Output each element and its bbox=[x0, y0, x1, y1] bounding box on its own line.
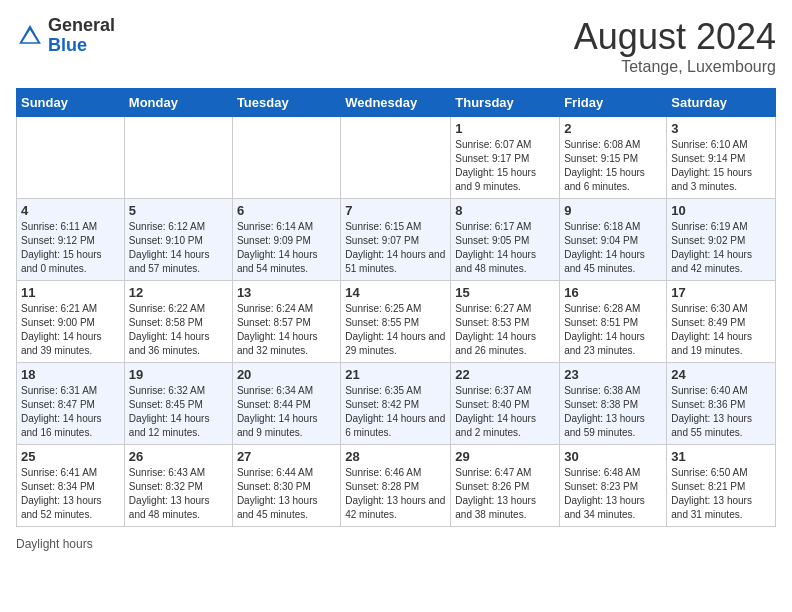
day-info: Sunrise: 6:25 AM Sunset: 8:55 PM Dayligh… bbox=[345, 302, 446, 358]
day-info: Sunrise: 6:50 AM Sunset: 8:21 PM Dayligh… bbox=[671, 466, 771, 522]
calendar-cell: 24Sunrise: 6:40 AM Sunset: 8:36 PM Dayli… bbox=[667, 363, 776, 445]
day-number: 13 bbox=[237, 285, 336, 300]
day-info: Sunrise: 6:10 AM Sunset: 9:14 PM Dayligh… bbox=[671, 138, 771, 194]
day-number: 27 bbox=[237, 449, 336, 464]
month-title: August 2024 bbox=[574, 16, 776, 58]
calendar-cell: 4Sunrise: 6:11 AM Sunset: 9:12 PM Daylig… bbox=[17, 199, 125, 281]
calendar-cell bbox=[341, 117, 451, 199]
calendar-cell: 22Sunrise: 6:37 AM Sunset: 8:40 PM Dayli… bbox=[451, 363, 560, 445]
day-number: 24 bbox=[671, 367, 771, 382]
logo-text: General Blue bbox=[48, 16, 115, 56]
day-info: Sunrise: 6:48 AM Sunset: 8:23 PM Dayligh… bbox=[564, 466, 662, 522]
calendar-cell: 27Sunrise: 6:44 AM Sunset: 8:30 PM Dayli… bbox=[232, 445, 340, 527]
daylight-label: Daylight hours bbox=[16, 537, 93, 551]
day-number: 16 bbox=[564, 285, 662, 300]
calendar-cell: 20Sunrise: 6:34 AM Sunset: 8:44 PM Dayli… bbox=[232, 363, 340, 445]
day-number: 28 bbox=[345, 449, 446, 464]
calendar-table: SundayMondayTuesdayWednesdayThursdayFrid… bbox=[16, 88, 776, 527]
day-number: 11 bbox=[21, 285, 120, 300]
logo-icon bbox=[16, 22, 44, 50]
calendar-header-row: SundayMondayTuesdayWednesdayThursdayFrid… bbox=[17, 89, 776, 117]
day-header-tuesday: Tuesday bbox=[232, 89, 340, 117]
day-info: Sunrise: 6:11 AM Sunset: 9:12 PM Dayligh… bbox=[21, 220, 120, 276]
day-info: Sunrise: 6:12 AM Sunset: 9:10 PM Dayligh… bbox=[129, 220, 228, 276]
day-number: 4 bbox=[21, 203, 120, 218]
day-number: 20 bbox=[237, 367, 336, 382]
day-info: Sunrise: 6:44 AM Sunset: 8:30 PM Dayligh… bbox=[237, 466, 336, 522]
day-number: 1 bbox=[455, 121, 555, 136]
day-number: 10 bbox=[671, 203, 771, 218]
day-header-thursday: Thursday bbox=[451, 89, 560, 117]
day-info: Sunrise: 6:38 AM Sunset: 8:38 PM Dayligh… bbox=[564, 384, 662, 440]
calendar-cell: 28Sunrise: 6:46 AM Sunset: 8:28 PM Dayli… bbox=[341, 445, 451, 527]
day-info: Sunrise: 6:19 AM Sunset: 9:02 PM Dayligh… bbox=[671, 220, 771, 276]
calendar-cell: 14Sunrise: 6:25 AM Sunset: 8:55 PM Dayli… bbox=[341, 281, 451, 363]
day-number: 6 bbox=[237, 203, 336, 218]
day-number: 18 bbox=[21, 367, 120, 382]
calendar-cell: 25Sunrise: 6:41 AM Sunset: 8:34 PM Dayli… bbox=[17, 445, 125, 527]
day-number: 9 bbox=[564, 203, 662, 218]
title-block: August 2024 Tetange, Luxembourg bbox=[574, 16, 776, 76]
day-header-sunday: Sunday bbox=[17, 89, 125, 117]
day-number: 23 bbox=[564, 367, 662, 382]
calendar-week-1: 1Sunrise: 6:07 AM Sunset: 9:17 PM Daylig… bbox=[17, 117, 776, 199]
day-info: Sunrise: 6:35 AM Sunset: 8:42 PM Dayligh… bbox=[345, 384, 446, 440]
day-number: 5 bbox=[129, 203, 228, 218]
day-info: Sunrise: 6:08 AM Sunset: 9:15 PM Dayligh… bbox=[564, 138, 662, 194]
day-info: Sunrise: 6:41 AM Sunset: 8:34 PM Dayligh… bbox=[21, 466, 120, 522]
day-info: Sunrise: 6:46 AM Sunset: 8:28 PM Dayligh… bbox=[345, 466, 446, 522]
day-info: Sunrise: 6:21 AM Sunset: 9:00 PM Dayligh… bbox=[21, 302, 120, 358]
day-info: Sunrise: 6:22 AM Sunset: 8:58 PM Dayligh… bbox=[129, 302, 228, 358]
day-number: 21 bbox=[345, 367, 446, 382]
day-number: 3 bbox=[671, 121, 771, 136]
day-info: Sunrise: 6:18 AM Sunset: 9:04 PM Dayligh… bbox=[564, 220, 662, 276]
day-header-wednesday: Wednesday bbox=[341, 89, 451, 117]
footer: Daylight hours bbox=[16, 537, 776, 551]
day-number: 31 bbox=[671, 449, 771, 464]
day-info: Sunrise: 6:30 AM Sunset: 8:49 PM Dayligh… bbox=[671, 302, 771, 358]
day-header-saturday: Saturday bbox=[667, 89, 776, 117]
location: Tetange, Luxembourg bbox=[574, 58, 776, 76]
day-number: 17 bbox=[671, 285, 771, 300]
day-info: Sunrise: 6:34 AM Sunset: 8:44 PM Dayligh… bbox=[237, 384, 336, 440]
day-info: Sunrise: 6:07 AM Sunset: 9:17 PM Dayligh… bbox=[455, 138, 555, 194]
calendar-cell: 10Sunrise: 6:19 AM Sunset: 9:02 PM Dayli… bbox=[667, 199, 776, 281]
calendar-cell: 5Sunrise: 6:12 AM Sunset: 9:10 PM Daylig… bbox=[124, 199, 232, 281]
calendar-cell: 15Sunrise: 6:27 AM Sunset: 8:53 PM Dayli… bbox=[451, 281, 560, 363]
calendar-cell: 16Sunrise: 6:28 AM Sunset: 8:51 PM Dayli… bbox=[560, 281, 667, 363]
calendar-week-4: 18Sunrise: 6:31 AM Sunset: 8:47 PM Dayli… bbox=[17, 363, 776, 445]
calendar-cell: 9Sunrise: 6:18 AM Sunset: 9:04 PM Daylig… bbox=[560, 199, 667, 281]
day-header-monday: Monday bbox=[124, 89, 232, 117]
day-info: Sunrise: 6:15 AM Sunset: 9:07 PM Dayligh… bbox=[345, 220, 446, 276]
calendar-cell: 30Sunrise: 6:48 AM Sunset: 8:23 PM Dayli… bbox=[560, 445, 667, 527]
day-info: Sunrise: 6:27 AM Sunset: 8:53 PM Dayligh… bbox=[455, 302, 555, 358]
day-number: 22 bbox=[455, 367, 555, 382]
calendar-body: 1Sunrise: 6:07 AM Sunset: 9:17 PM Daylig… bbox=[17, 117, 776, 527]
day-info: Sunrise: 6:47 AM Sunset: 8:26 PM Dayligh… bbox=[455, 466, 555, 522]
calendar-cell bbox=[17, 117, 125, 199]
calendar-cell: 6Sunrise: 6:14 AM Sunset: 9:09 PM Daylig… bbox=[232, 199, 340, 281]
calendar-cell: 11Sunrise: 6:21 AM Sunset: 9:00 PM Dayli… bbox=[17, 281, 125, 363]
day-info: Sunrise: 6:24 AM Sunset: 8:57 PM Dayligh… bbox=[237, 302, 336, 358]
calendar-cell: 23Sunrise: 6:38 AM Sunset: 8:38 PM Dayli… bbox=[560, 363, 667, 445]
day-number: 19 bbox=[129, 367, 228, 382]
day-info: Sunrise: 6:40 AM Sunset: 8:36 PM Dayligh… bbox=[671, 384, 771, 440]
calendar-cell: 3Sunrise: 6:10 AM Sunset: 9:14 PM Daylig… bbox=[667, 117, 776, 199]
calendar-cell: 8Sunrise: 6:17 AM Sunset: 9:05 PM Daylig… bbox=[451, 199, 560, 281]
day-info: Sunrise: 6:31 AM Sunset: 8:47 PM Dayligh… bbox=[21, 384, 120, 440]
day-number: 2 bbox=[564, 121, 662, 136]
day-number: 25 bbox=[21, 449, 120, 464]
day-number: 15 bbox=[455, 285, 555, 300]
calendar-cell: 18Sunrise: 6:31 AM Sunset: 8:47 PM Dayli… bbox=[17, 363, 125, 445]
calendar-cell: 31Sunrise: 6:50 AM Sunset: 8:21 PM Dayli… bbox=[667, 445, 776, 527]
calendar-cell: 12Sunrise: 6:22 AM Sunset: 8:58 PM Dayli… bbox=[124, 281, 232, 363]
day-header-friday: Friday bbox=[560, 89, 667, 117]
logo: General Blue bbox=[16, 16, 115, 56]
calendar-cell: 17Sunrise: 6:30 AM Sunset: 8:49 PM Dayli… bbox=[667, 281, 776, 363]
day-number: 14 bbox=[345, 285, 446, 300]
day-number: 7 bbox=[345, 203, 446, 218]
calendar-cell: 21Sunrise: 6:35 AM Sunset: 8:42 PM Dayli… bbox=[341, 363, 451, 445]
day-info: Sunrise: 6:28 AM Sunset: 8:51 PM Dayligh… bbox=[564, 302, 662, 358]
page-header: General Blue August 2024 Tetange, Luxemb… bbox=[16, 16, 776, 76]
day-number: 29 bbox=[455, 449, 555, 464]
